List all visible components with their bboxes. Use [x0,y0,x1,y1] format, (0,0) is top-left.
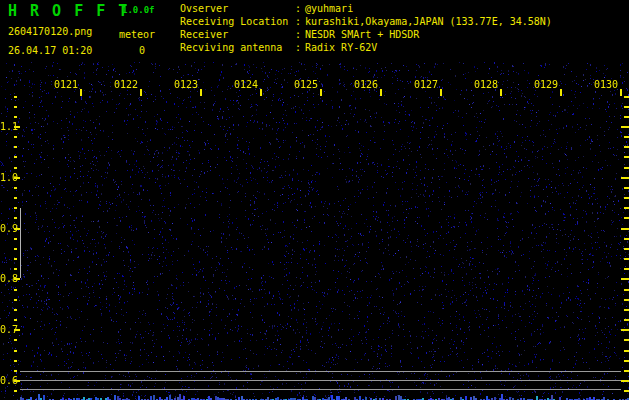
freq-major-tick [14,126,20,128]
freq-minor-tick [14,299,17,301]
right-minor-tick [624,289,629,291]
right-major-tick [621,380,629,382]
app-version: 1.0.0f [122,5,155,15]
freq-major-tick [14,177,20,179]
right-minor-tick [624,319,629,321]
level-gridline-lower [20,389,621,390]
time-tick [320,89,322,96]
right-minor-tick [624,350,629,352]
level-gridline-upper [20,371,621,372]
freq-minor-tick [14,207,17,209]
right-minor-tick [624,197,629,199]
right-major-tick [621,228,629,230]
freq-minor-tick [14,268,17,270]
info-value-2: NESDR SMArt + HDSDR [305,29,419,41]
right-minor-tick [624,106,629,108]
freq-major-tick [14,278,20,280]
freq-minor-tick [14,339,17,341]
time-tick-label: 0126 [354,79,378,91]
time-tick [200,89,202,96]
time-tick [500,89,502,96]
right-minor-tick [624,299,629,301]
time-tick [440,89,442,96]
time-tick [260,89,262,96]
freq-minor-tick [14,96,17,98]
right-minor-tick [624,370,629,372]
freq-minor-tick [14,289,17,291]
right-major-tick [621,126,629,128]
time-tick [620,89,622,96]
right-minor-tick [624,136,629,138]
time-tick-label: 0127 [414,79,438,91]
time-tick [140,89,142,96]
right-major-tick [621,329,629,331]
freq-major-tick [14,228,20,230]
time-tick-label: 0125 [294,79,318,91]
time-tick-label: 0122 [114,79,138,91]
freq-minor-tick [14,106,17,108]
right-minor-tick [624,360,629,362]
right-major-tick [621,278,629,280]
time-tick [80,89,82,96]
hrofft-window: H R O F F T 1.0.0f 2604170120.png meteor… [0,0,629,400]
right-major-tick [621,177,629,179]
freq-minor-tick [14,146,17,148]
info-value-0: @yuhmari [305,3,353,15]
right-minor-tick [624,96,629,98]
freq-minor-tick [14,167,17,169]
info-separator-2: : [295,29,301,41]
freq-minor-tick [14,248,17,250]
meteor-count-label: meteor [119,29,155,41]
info-label-2: Receiver [180,29,228,41]
right-minor-tick [624,248,629,250]
info-label-3: Recviving antenna [180,42,282,54]
freq-minor-tick [14,360,17,362]
right-minor-tick [624,167,629,169]
info-label-1: Receiving Location [180,16,288,28]
freq-minor-tick [14,370,17,372]
time-tick-label: 0121 [54,79,78,91]
info-label-0: Ovserver [180,3,228,15]
freq-minor-tick [14,390,17,392]
freq-minor-tick [14,116,17,118]
right-minor-tick [624,258,629,260]
output-filename: 2604170120.png [8,26,92,38]
right-minor-tick [624,238,629,240]
freq-minor-tick [14,319,17,321]
freq-minor-tick [14,197,17,199]
freq-minor-tick [14,238,17,240]
time-tick-label: 0129 [534,79,558,91]
count-range-marker [20,208,21,278]
app-title: H R O F F T [8,3,129,20]
time-tick-label: 0123 [174,79,198,91]
right-minor-tick [624,339,629,341]
info-separator-3: : [295,42,301,54]
right-minor-tick [624,309,629,311]
info-value-3: Radix RY-62V [305,42,377,54]
right-minor-tick [624,146,629,148]
right-minor-tick [624,268,629,270]
right-minor-tick [624,116,629,118]
right-minor-tick [624,187,629,189]
freq-minor-tick [14,258,17,260]
right-minor-tick [624,207,629,209]
freq-minor-tick [14,350,17,352]
right-minor-tick [624,156,629,158]
time-tick [380,89,382,96]
freq-major-tick [14,329,20,331]
freq-minor-tick [14,187,17,189]
freq-minor-tick [14,217,17,219]
time-tick [560,89,562,96]
info-separator-1: : [295,16,301,28]
time-tick-label: 0130 [594,79,618,91]
right-minor-tick [624,217,629,219]
freq-minor-tick [14,309,17,311]
right-minor-tick [624,390,629,392]
time-tick-label: 0128 [474,79,498,91]
observation-datetime: 26.04.17 01:20 [8,45,92,57]
info-separator-0: : [295,3,301,15]
freq-minor-tick [14,136,17,138]
info-value-1: kurashiki,Okayama,JAPAN (133.77E, 34.58N… [305,16,552,28]
freq-minor-tick [14,156,17,158]
spectrogram-noise-canvas [0,62,629,400]
